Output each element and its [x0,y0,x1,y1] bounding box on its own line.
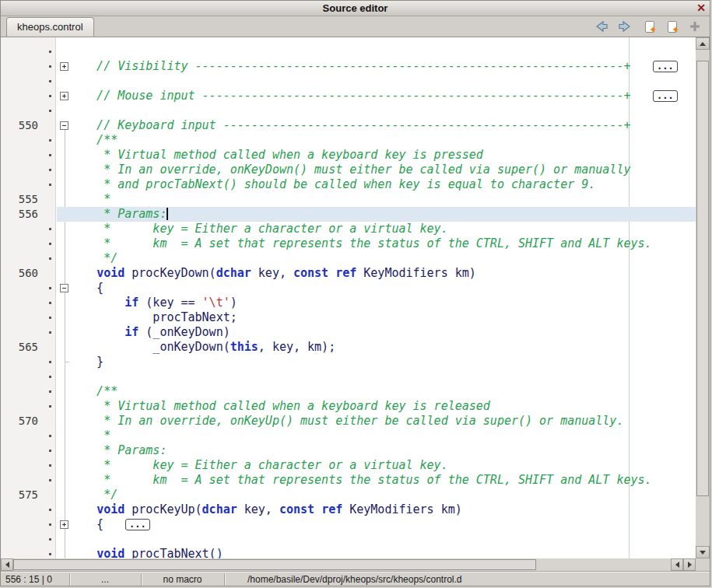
code-line[interactable]: // Visibility --------------------------… [1,59,696,74]
line-number: 565 [1,340,38,355]
code-line[interactable]: */ [1,251,696,266]
code-line[interactable] [1,74,696,89]
code-line[interactable]: * Virtual method called when a keyboard … [1,399,696,414]
code-line[interactable]: * Virtual method called when a keyboard … [1,148,696,163]
editor[interactable]: // Visibility --------------------------… [1,37,696,558]
code-text: { [68,281,103,296]
tabbar: kheops.control [1,16,710,37]
vertical-scrollbar-thumb[interactable] [696,61,709,496]
line-dot [49,405,51,408]
code-line[interactable] [1,44,696,59]
code-line[interactable]: {... [1,517,696,532]
scroll-right-button[interactable] [683,558,696,571]
close-icon[interactable]: ✕ [696,1,706,16]
line-dot [49,110,51,112]
line-number: 550 [1,118,38,133]
scroll-up-button[interactable] [696,37,710,50]
line-dot [49,361,51,363]
code-line[interactable]: if (_onKeyDown) [1,325,696,340]
line-dot [49,538,51,541]
code-line[interactable] [1,369,696,384]
line-dot [49,302,51,304]
code-area: // Visibility --------------------------… [1,44,696,558]
file-path: /home/basile/Dev/dproj/kheops/src/kheops… [247,572,461,586]
code-line[interactable]: * and procTabNext() should be called whe… [1,177,696,192]
code-text: */ [68,251,117,266]
line-dot [49,51,51,53]
scroll-left-button-2[interactable] [671,558,683,571]
go-forward-icon[interactable] [617,20,633,34]
code-line[interactable]: * key = Either a character or a virtual … [1,222,696,236]
fold-collapse-marker[interactable] [60,284,68,292]
line-number: 570 [1,414,38,429]
horizontal-scrollbar[interactable] [1,558,696,571]
code-line[interactable]: 565 _onKeyDown(this, key, km); [1,340,696,355]
collapsed-fold-ellipsis[interactable]: ... [125,519,150,530]
code-line[interactable]: procTabNext; [1,310,696,325]
code-line[interactable]: 555 * [1,192,696,207]
statusbar: 556 : 15 | 0 ... no macro /home/basile/D… [1,571,710,586]
line-dot [49,95,51,97]
text-caret [167,208,168,220]
macro-state: no macro [141,572,224,586]
document-modified-icon-2[interactable] [666,20,682,34]
line-dot [49,553,51,555]
code-text: // Mouse input -------------------------… [68,89,630,103]
code-text: * In an override, onKeyDown() must eithe… [68,163,630,177]
line-dot [49,317,51,319]
code-line[interactable]: } [1,355,696,369]
horizontal-scrollbar-thumb[interactable] [13,559,536,570]
fold-collapse-marker[interactable] [60,121,68,130]
code-line[interactable]: 575 */ [1,488,696,502]
code-line[interactable]: 560 void procKeyDown(dchar key, const re… [1,266,696,281]
code-text: * km = A set that represents the status … [68,236,652,251]
code-line[interactable]: * [1,429,696,443]
code-line[interactable]: /** [1,384,696,399]
code-line[interactable]: if (key == '\t') [1,296,696,310]
code-line[interactable]: * key = Either a character or a virtual … [1,458,696,473]
scroll-left-button[interactable] [1,558,13,571]
line-number: 560 [1,266,38,281]
tab-kheops-control[interactable]: kheops.control [6,17,94,37]
line-dot [49,80,51,82]
code-text: procTabNext; [68,310,237,325]
line-dot [49,450,51,452]
statusbar-divider [224,574,226,586]
fold-expand-marker[interactable] [60,520,68,529]
split-view-icon[interactable] [689,20,704,34]
code-line[interactable] [1,532,696,547]
code-line[interactable]: // Mouse input -------------------------… [1,89,696,103]
collapsed-fold-ellipsis[interactable]: ... [653,90,678,102]
code-text: void procTabNext() [68,547,223,558]
fold-expand-marker[interactable] [60,92,68,100]
vertical-scrollbar[interactable] [696,37,710,558]
line-dot [49,331,51,334]
go-back-icon[interactable] [594,20,609,34]
collapsed-fold-ellipsis[interactable]: ... [653,61,678,72]
line-dot [49,169,51,171]
code-line[interactable]: 556 * Params: [1,207,696,222]
code-line[interactable]: 550 // Keyboard input ------------------… [1,118,696,133]
code-line[interactable]: * km = A set that represents the status … [1,473,696,488]
caret-position: 556 : 15 | 0 [5,572,52,586]
document-modified-icon[interactable] [644,20,659,34]
line-number: 555 [1,192,38,207]
code-line[interactable]: * In an override, onKeyDown() must eithe… [1,163,696,177]
code-line[interactable]: /** [1,133,696,148]
code-line[interactable]: void procTabNext() [1,547,696,558]
code-line[interactable] [1,103,696,118]
line-dot [49,228,51,230]
code-text: * Virtual method called when a keyboard … [68,399,490,414]
titlebar[interactable]: Source editor ✕ [1,1,710,16]
line-dot [49,464,51,467]
code-text: } [68,355,103,369]
code-text: /** [68,384,117,399]
code-line[interactable]: 570 * In an override, onKeyUp() must eit… [1,414,696,429]
fold-expand-marker[interactable] [60,62,68,71]
scroll-down-button[interactable] [696,546,710,558]
line-dot [49,523,51,526]
code-line[interactable]: * km = A set that represents the status … [1,236,696,251]
code-line[interactable]: { [1,281,696,296]
code-line[interactable]: * Params: [1,443,696,458]
code-line[interactable]: void procKeyUp(dchar key, const ref KeyM… [1,502,696,517]
